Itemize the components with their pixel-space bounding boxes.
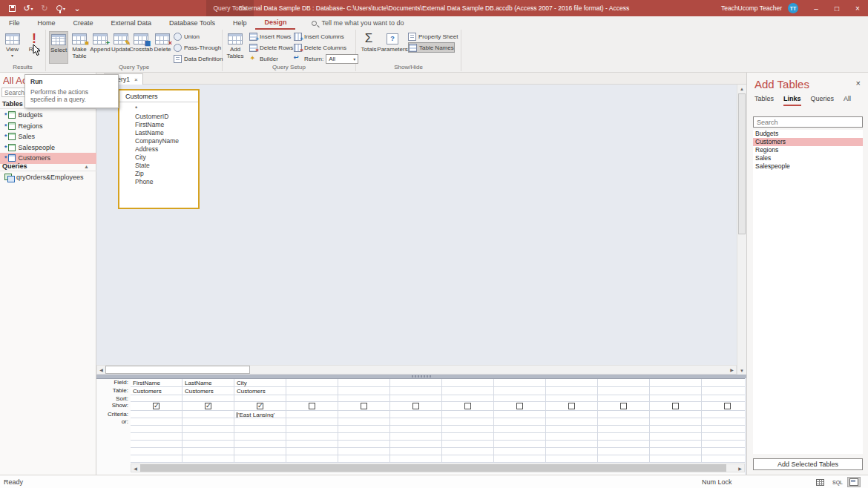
- scroll-up-icon[interactable]: ▲: [737, 85, 746, 93]
- grid-show-cell[interactable]: [702, 402, 745, 411]
- design-view-button[interactable]: [847, 477, 861, 487]
- grid-field-cell[interactable]: FirstName: [131, 379, 183, 387]
- grid-field-cell[interactable]: City: [234, 379, 286, 387]
- grid-table-cell[interactable]: [338, 387, 390, 395]
- scroll-down-icon[interactable]: ▼: [737, 366, 746, 375]
- field-list-field[interactable]: Zip: [119, 170, 198, 178]
- grid-sort-cell[interactable]: [131, 395, 183, 402]
- close-tab-icon[interactable]: ×: [134, 76, 138, 83]
- scroll-right-icon[interactable]: ▶: [736, 464, 744, 472]
- show-checkbox[interactable]: [568, 403, 575, 409]
- grid-show-cell[interactable]: [650, 402, 702, 411]
- grid-column[interactable]: City Customers 'East Lansing': [234, 379, 286, 463]
- tab-external-data[interactable]: External Data: [102, 16, 161, 30]
- grid-or-cell[interactable]: [390, 418, 442, 426]
- field-list-field[interactable]: Address: [119, 145, 198, 154]
- grid-show-cell[interactable]: [442, 402, 494, 411]
- touch-mode-icon[interactable]: ▾: [53, 1, 68, 15]
- field-list-customers[interactable]: Customers *CustomerIDFirstNameLastNameCo…: [118, 89, 200, 209]
- show-checkbox[interactable]: [516, 403, 523, 409]
- show-checkbox[interactable]: [309, 403, 315, 409]
- grid-or-cell[interactable]: [131, 418, 183, 426]
- pass-through-button[interactable]: Pass-Through: [174, 42, 221, 53]
- field-list-field[interactable]: State: [119, 162, 198, 170]
- grid-criteria-cell[interactable]: [650, 411, 702, 418]
- field-list-field[interactable]: CompanyName: [119, 137, 198, 145]
- grid-table-cell[interactable]: [494, 387, 546, 395]
- show-checkbox[interactable]: [672, 403, 679, 409]
- grid-sort-cell[interactable]: [546, 395, 598, 402]
- tab-database-tools[interactable]: Database Tools: [160, 16, 224, 30]
- grid-table-cell[interactable]: [286, 387, 338, 395]
- scroll-right-icon[interactable]: ▶: [728, 366, 736, 374]
- field-list-field[interactable]: Phone: [119, 178, 198, 186]
- grid-field-cell[interactable]: [442, 379, 494, 387]
- grid-or-cell[interactable]: [183, 418, 234, 426]
- grid-sort-cell[interactable]: [234, 395, 286, 402]
- grid-table-cell[interactable]: [546, 387, 598, 395]
- grid-sort-cell[interactable]: [598, 395, 650, 402]
- add-tables-button[interactable]: Add Tables: [226, 31, 245, 64]
- grid-criteria-cell[interactable]: [390, 411, 442, 418]
- grid-column[interactable]: FirstName Customers: [131, 379, 183, 463]
- grid-sort-cell[interactable]: [702, 395, 745, 402]
- grid-criteria-cell[interactable]: [494, 411, 546, 418]
- grid-field-cell[interactable]: [286, 379, 338, 387]
- grid-column[interactable]: [650, 379, 702, 463]
- avatar[interactable]: TT: [788, 3, 798, 13]
- grid-sort-cell[interactable]: [494, 395, 546, 402]
- add-tables-item[interactable]: Sales: [753, 154, 863, 162]
- table-names-button[interactable]: Table Names: [408, 42, 455, 53]
- nav-table-item[interactable]: * Regions: [0, 121, 96, 132]
- close-button[interactable]: ×: [847, 0, 868, 16]
- nav-section-queries[interactable]: Queries▲: [0, 162, 96, 171]
- grid-show-cell[interactable]: [131, 402, 183, 411]
- minimize-button[interactable]: –: [806, 0, 826, 16]
- property-sheet-button[interactable]: Property Sheet: [408, 31, 458, 42]
- grid-sort-cell[interactable]: [338, 395, 390, 402]
- show-checkbox[interactable]: [724, 403, 731, 409]
- grid-or-cell[interactable]: [546, 418, 598, 426]
- union-button[interactable]: Union: [174, 31, 200, 42]
- insert-rows-button[interactable]: +Insert Rows: [249, 31, 291, 42]
- grid-column[interactable]: [494, 379, 546, 463]
- grid-field-cell[interactable]: [702, 379, 745, 387]
- nav-table-item[interactable]: * Sales: [0, 131, 96, 142]
- show-checkbox[interactable]: [412, 403, 419, 409]
- grid-criteria-cell[interactable]: [546, 411, 598, 418]
- add-tables-tab-queries[interactable]: Queries: [811, 95, 835, 106]
- grid-sort-cell[interactable]: [183, 395, 234, 402]
- field-list-title[interactable]: Customers: [119, 90, 198, 102]
- grid-horizontal-scrollbar[interactable]: ◀ ▶: [131, 464, 745, 472]
- grid-column[interactable]: [546, 379, 598, 463]
- tab-design[interactable]: Design: [255, 16, 295, 30]
- add-tables-item[interactable]: Customers: [753, 138, 863, 146]
- grid-column[interactable]: [338, 379, 390, 463]
- grid-show-cell[interactable]: [546, 402, 598, 411]
- field-list-field[interactable]: LastName: [119, 129, 198, 137]
- grid-criteria-cell[interactable]: [702, 411, 745, 418]
- grid-or-cell[interactable]: [234, 418, 286, 426]
- grid-show-cell[interactable]: [183, 402, 234, 411]
- show-checkbox[interactable]: [620, 403, 627, 409]
- return-select[interactable]: All▾: [326, 54, 358, 64]
- add-tables-tab-tables[interactable]: Tables: [754, 95, 774, 106]
- qat-customize-icon[interactable]: ⌄: [70, 1, 85, 15]
- grid-sort-cell[interactable]: [390, 395, 442, 402]
- sql-view-button[interactable]: SQL: [831, 477, 844, 487]
- datasheet-view-button[interactable]: [813, 477, 826, 487]
- grid-criteria-cell[interactable]: [131, 411, 183, 418]
- field-list-field[interactable]: *: [119, 105, 198, 113]
- nav-table-item[interactable]: * Salespeople: [0, 142, 96, 154]
- signed-in-user[interactable]: TeachUcomp Teacher: [721, 4, 782, 12]
- grid-column[interactable]: [286, 379, 338, 463]
- grid-or-cell[interactable]: [442, 418, 494, 426]
- grid-show-cell[interactable]: [390, 402, 442, 411]
- delete-rows-button[interactable]: ×Delete Rows: [249, 42, 293, 53]
- grid-field-cell[interactable]: [390, 379, 442, 387]
- grid-column[interactable]: [702, 379, 745, 463]
- tab-create[interactable]: Create: [65, 16, 102, 30]
- grid-criteria-cell[interactable]: [183, 411, 234, 418]
- field-list-field[interactable]: FirstName: [119, 121, 198, 129]
- show-checkbox[interactable]: [464, 403, 471, 409]
